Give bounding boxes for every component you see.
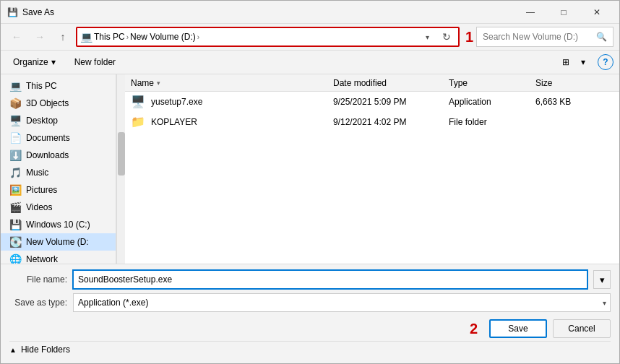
- address-volume-label: New Volume (D:): [130, 32, 196, 42]
- file-size-cell: 6,663 KB: [535, 97, 608, 107]
- address-sep2: ›: [197, 33, 199, 41]
- file-name: KOPLAYER: [151, 117, 197, 127]
- hide-folders-chevron: ▲: [9, 346, 17, 354]
- address-refresh-button[interactable]: ↻: [438, 28, 455, 46]
- search-icon: 🔍: [596, 32, 607, 42]
- navigation-bar: ← → ↑ 💻 This PC › New Volume (D:) › ▾ ↻ …: [1, 24, 619, 51]
- sidebar-label: Music: [26, 168, 48, 178]
- sidebar-label: New Volume (D:: [26, 237, 89, 247]
- sidebar: 💻 This PC 📦 3D Objects 🖥️ Desktop 📄 Docu…: [1, 74, 116, 264]
- sidebar-label: Windows 10 (C:): [26, 220, 90, 230]
- column-name[interactable]: Name ▾: [131, 78, 333, 88]
- annotation-2: 2: [470, 321, 478, 337]
- sidebar-item-windows-c[interactable]: 💾 Windows 10 (C:): [1, 216, 116, 233]
- organize-button[interactable]: Organize ▾: [7, 55, 62, 69]
- sidebar-label: Network: [26, 254, 58, 264]
- title-bar: 💾 Save As — □ ✕: [1, 1, 619, 24]
- sidebar-item-network[interactable]: 🌐 Network: [1, 251, 116, 264]
- filename-label: File name:: [9, 274, 67, 285]
- file-type: Application: [449, 97, 491, 107]
- file-size: 6,663 KB: [535, 97, 571, 107]
- file-list-header: Name ▾ Date modified Type Size: [125, 74, 619, 92]
- organize-arrow: ▾: [51, 57, 56, 67]
- col-date-label: Date modified: [333, 78, 387, 88]
- toolbar: Organize ▾ New folder ⊞ ▾ ?: [1, 51, 619, 74]
- drive-d-icon: 💽: [9, 236, 22, 248]
- filename-input[interactable]: [73, 270, 587, 289]
- savetype-label: Save as type:: [9, 298, 67, 308]
- pc-icon: 💻: [9, 80, 22, 92]
- sidebar-item-documents[interactable]: 📄 Documents: [1, 129, 116, 147]
- downloads-icon: ⬇️: [9, 150, 22, 161]
- table-row[interactable]: 📁 KOPLAYER 9/12/2021 4:02 PM File folder: [125, 112, 619, 132]
- sidebar-item-music[interactable]: 🎵 Music: [1, 164, 116, 181]
- forward-button[interactable]: →: [30, 27, 50, 47]
- savetype-row: Save as type: Application (*.exe) ▾: [9, 293, 611, 312]
- address-content: 💻 This PC › New Volume (D:) ›: [80, 31, 418, 43]
- maximize-button[interactable]: □: [547, 1, 580, 24]
- file-date: 9/25/2021 5:09 PM: [333, 97, 406, 107]
- col-type-label: Type: [449, 78, 468, 88]
- sidebar-item-downloads[interactable]: ⬇️ Downloads: [1, 147, 116, 164]
- address-pc-label: This PC: [94, 32, 125, 42]
- view-buttons: ⊞ ▾: [557, 53, 592, 71]
- sidebar-label: Desktop: [26, 116, 58, 126]
- minimize-button[interactable]: —: [514, 1, 547, 24]
- close-button[interactable]: ✕: [580, 1, 613, 24]
- 3d-icon: 📦: [9, 98, 22, 109]
- file-type-cell: Application: [449, 97, 535, 107]
- dialog-title: Save As: [22, 7, 514, 17]
- column-size[interactable]: Size: [535, 78, 608, 88]
- savetype-select-wrap: Application (*.exe) ▾: [73, 293, 611, 312]
- network-icon: 🌐: [9, 254, 22, 264]
- scrollbar-thumb[interactable]: [118, 132, 125, 176]
- documents-icon: 📄: [9, 132, 22, 144]
- column-date[interactable]: Date modified: [333, 78, 449, 88]
- sidebar-label: Videos: [26, 202, 52, 212]
- file-name-cell: 📁 KOPLAYER: [131, 115, 333, 129]
- filename-dropdown-button[interactable]: ▾: [593, 270, 611, 289]
- sidebar-label: This PC: [26, 81, 57, 91]
- drive-c-icon: 💾: [9, 219, 22, 230]
- new-folder-button[interactable]: New folder: [68, 55, 122, 69]
- address-sep1: ›: [126, 33, 129, 41]
- sidebar-item-videos[interactable]: 🎬 Videos: [1, 199, 116, 216]
- col-size-label: Size: [535, 78, 552, 88]
- save-as-dialog: 💾 Save As — □ ✕ ← → ↑ 💻 This PC › New Vo…: [0, 0, 620, 364]
- sidebar-item-3d-objects[interactable]: 📦 3D Objects: [1, 95, 116, 112]
- back-button[interactable]: ←: [7, 27, 27, 47]
- sidebar-scrollbar[interactable]: [116, 74, 125, 264]
- sort-arrow: ▾: [157, 79, 160, 87]
- address-dropdown-button[interactable]: ▾: [421, 28, 435, 46]
- folder-icon: 📁: [131, 115, 145, 129]
- view-mode-button[interactable]: ⊞: [557, 53, 574, 71]
- sidebar-item-desktop[interactable]: 🖥️ Desktop: [1, 112, 116, 129]
- hide-folders-toggle[interactable]: ▲ Hide Folders: [9, 341, 611, 358]
- dialog-icon: 💾: [7, 6, 18, 18]
- table-row[interactable]: 🖥️ yusetup7.exe 9/25/2021 5:09 PM Applic…: [125, 92, 619, 112]
- help-button[interactable]: ?: [598, 54, 613, 70]
- sidebar-label: 3D Objects: [26, 98, 69, 108]
- pictures-icon: 🖼️: [9, 184, 22, 196]
- bottom-form: File name: ▾ Save as type: Application (…: [1, 264, 619, 363]
- savetype-select[interactable]: Application (*.exe): [73, 293, 611, 312]
- file-list: Name ▾ Date modified Type Size 🖥️ yusetu…: [125, 74, 619, 264]
- up-button[interactable]: ↑: [53, 27, 73, 47]
- column-type[interactable]: Type: [449, 78, 535, 88]
- title-bar-controls: — □ ✕: [514, 1, 613, 24]
- sidebar-item-pictures[interactable]: 🖼️ Pictures: [1, 181, 116, 199]
- save-button[interactable]: Save: [489, 319, 547, 338]
- sidebar-item-this-pc[interactable]: 💻 This PC: [1, 77, 116, 95]
- sidebar-item-new-volume[interactable]: 💽 New Volume (D:: [1, 233, 116, 251]
- hide-folders-label: Hide Folders: [21, 344, 70, 355]
- search-input[interactable]: [483, 32, 593, 42]
- address-bar[interactable]: 💻 This PC › New Volume (D:) › ▾ ↻: [76, 27, 460, 47]
- pc-icon: 💻: [80, 31, 92, 43]
- file-type-cell: File folder: [449, 117, 535, 127]
- view-dropdown-button[interactable]: ▾: [574, 53, 592, 71]
- file-name: yusetup7.exe: [151, 97, 202, 107]
- cancel-button[interactable]: Cancel: [553, 319, 611, 338]
- filename-row: File name: ▾: [9, 270, 611, 289]
- search-box: 🔍: [476, 27, 613, 47]
- file-name-cell: 🖥️ yusetup7.exe: [131, 95, 333, 108]
